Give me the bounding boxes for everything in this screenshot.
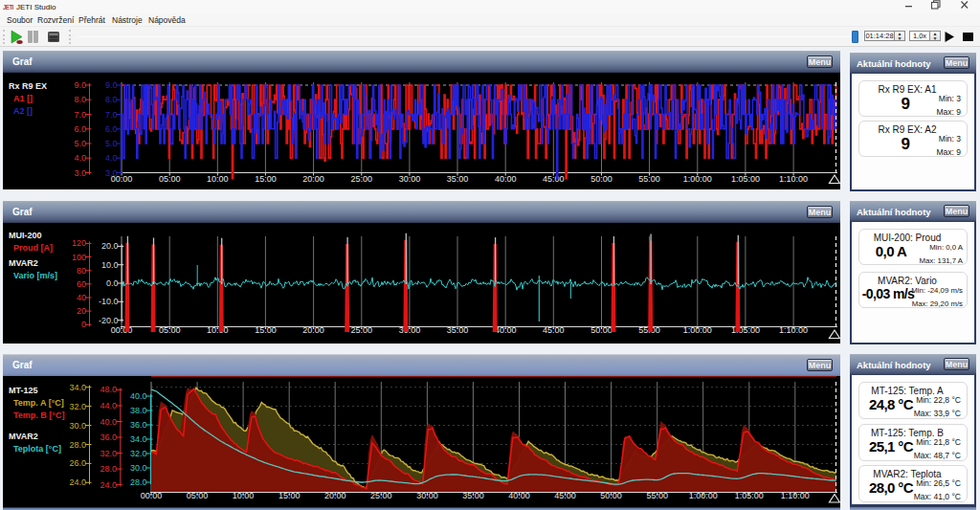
svg-text:36.0: 36.0 [100, 432, 117, 442]
svg-text:34.0: 34.0 [130, 434, 147, 444]
svg-text:38.0: 38.0 [130, 406, 147, 415]
svg-text:24.0: 24.0 [100, 480, 117, 490]
svg-text:4.0: 4.0 [74, 153, 86, 163]
svg-text:36.0: 36.0 [130, 420, 147, 430]
svg-text:8.0: 8.0 [74, 95, 86, 104]
svg-text:40.0: 40.0 [100, 417, 117, 427]
svg-text:32.0: 32.0 [130, 449, 147, 458]
svg-text:-20.0: -20.0 [99, 316, 119, 325]
svg-text:100: 100 [72, 253, 86, 262]
svg-text:3.0: 3.0 [74, 168, 86, 178]
svg-text:26.0: 26.0 [69, 458, 86, 468]
svg-text:10.0: 10.0 [101, 260, 119, 270]
svg-text:28.0: 28.0 [69, 440, 86, 450]
svg-text:30.0: 30.0 [69, 421, 86, 431]
svg-text:0.0: 0.0 [106, 278, 119, 288]
svg-text:5.0: 5.0 [105, 139, 118, 148]
svg-text:32.0: 32.0 [100, 449, 117, 458]
svg-text:48.0: 48.0 [100, 385, 117, 394]
svg-text:-10.0: -10.0 [99, 297, 119, 306]
svg-text:6.0: 6.0 [105, 124, 118, 134]
svg-text:80: 80 [77, 266, 86, 276]
svg-text:0: 0 [81, 320, 86, 329]
svg-text:7.0: 7.0 [105, 110, 118, 120]
svg-text:30.0: 30.0 [130, 463, 147, 473]
svg-text:120: 120 [72, 238, 86, 248]
svg-text:34.0: 34.0 [69, 383, 86, 392]
svg-text:32.0: 32.0 [69, 402, 86, 411]
svg-text:5.0: 5.0 [74, 139, 86, 148]
svg-text:20: 20 [77, 306, 86, 316]
svg-text:9.0: 9.0 [74, 80, 86, 90]
svg-text:28.0: 28.0 [130, 477, 147, 487]
svg-text:6.0: 6.0 [74, 124, 86, 134]
svg-text:3.0: 3.0 [105, 168, 118, 178]
svg-text:40: 40 [77, 293, 86, 302]
svg-text:20.0: 20.0 [101, 241, 119, 251]
svg-text:7.0: 7.0 [74, 110, 86, 120]
svg-text:40.0: 40.0 [130, 391, 147, 401]
svg-text:60: 60 [77, 279, 86, 289]
svg-text:9.0: 9.0 [105, 80, 118, 90]
svg-text:28.0: 28.0 [100, 464, 117, 474]
svg-text:4.0: 4.0 [105, 153, 118, 163]
svg-text:24.0: 24.0 [69, 477, 86, 487]
svg-text:44.0: 44.0 [100, 401, 117, 410]
svg-text:8.0: 8.0 [105, 95, 118, 104]
